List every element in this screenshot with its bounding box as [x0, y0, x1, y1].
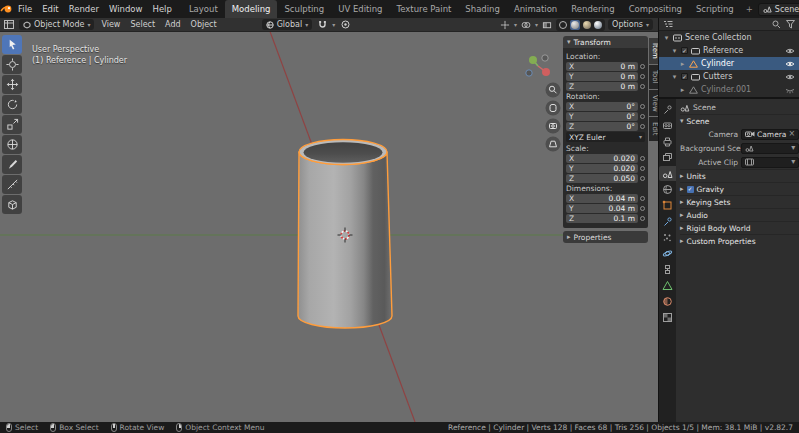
workspace-tab-texture-paint[interactable]: Texture Paint: [390, 0, 459, 18]
units-panel-header[interactable]: ▸ Units: [680, 169, 799, 182]
dimensions-z-field[interactable]: Z0.1 m: [566, 214, 638, 223]
scene-selector[interactable]: Scene ×: [758, 3, 799, 16]
viewport-menu-add[interactable]: Add: [162, 20, 184, 29]
location-z-field[interactable]: Z0 m: [566, 82, 638, 91]
show-gizmo-icon[interactable]: [499, 19, 511, 30]
audio-panel-header[interactable]: ▸ Audio: [680, 208, 799, 221]
gravity-panel-header[interactable]: ▸ ✓ Gravity: [680, 182, 799, 195]
sidebar-tab-edit[interactable]: Edit: [649, 117, 658, 141]
camera-view-button[interactable]: [546, 119, 561, 134]
gravity-checkbox[interactable]: ✓: [687, 186, 694, 193]
gizmo-neg-axis[interactable]: [542, 55, 548, 61]
tool-measure[interactable]: [2, 175, 22, 194]
sidebar-tab-item[interactable]: Item: [649, 38, 658, 64]
collection-checkbox[interactable]: ✓: [681, 47, 688, 54]
viewport-menu-object[interactable]: Object: [188, 20, 220, 29]
properties-tab-physics[interactable]: [659, 246, 676, 261]
decorator-icon[interactable]: [640, 156, 645, 161]
gizmo-dropdown-icon[interactable]: ▾: [514, 22, 517, 28]
pan-button[interactable]: [546, 101, 561, 116]
search-icon[interactable]: [772, 20, 781, 29]
eye-hidden-icon[interactable]: [785, 86, 795, 94]
viewport-menu-select[interactable]: Select: [127, 20, 158, 29]
custom-properties-panel-header[interactable]: ▸ Custom Properties: [680, 234, 799, 247]
editor-type-icon[interactable]: [3, 19, 15, 30]
rigid-body-world-panel-header[interactable]: ▸ Rigid Body World: [680, 221, 799, 234]
eye-visible-icon[interactable]: [785, 60, 795, 68]
overlays-dropdown-icon[interactable]: ▾: [535, 22, 538, 28]
gizmo-z-axis[interactable]: [526, 70, 532, 76]
properties-tab-render[interactable]: [659, 118, 676, 133]
camera-field[interactable]: Camera ×: [741, 129, 799, 140]
workspace-tab-rendering[interactable]: Rendering: [564, 0, 621, 18]
decorator-icon[interactable]: [640, 64, 645, 69]
shading-wireframe-icon[interactable]: [559, 21, 567, 29]
transform-panel-header[interactable]: ▾ Transform: [563, 36, 648, 48]
outliner-row-reference[interactable]: ▾ ✓ Reference: [659, 44, 799, 57]
keying-sets-panel-header[interactable]: ▸ Keying Sets: [680, 195, 799, 208]
properties-tab-texture[interactable]: [659, 310, 676, 325]
dimensions-y-field[interactable]: Y0.04 m: [566, 204, 638, 213]
sidebar-tab-view[interactable]: View: [649, 90, 658, 117]
tool-move[interactable]: [2, 75, 22, 94]
xray-toggle-icon[interactable]: [541, 19, 553, 30]
collection-checkbox[interactable]: ✓: [681, 73, 688, 80]
options-dropdown[interactable]: Options ▾: [608, 19, 653, 30]
tool-transform[interactable]: [2, 135, 22, 154]
shading-solid-active[interactable]: [570, 20, 580, 30]
scale-z-field[interactable]: Z0.050: [566, 174, 638, 183]
properties-tab-object[interactable]: [659, 198, 676, 213]
properties-tab-world[interactable]: [659, 182, 676, 197]
overlays-icon[interactable]: [520, 19, 532, 30]
decorator-icon[interactable]: [640, 176, 645, 181]
mode-dropdown[interactable]: Object Mode ▾: [19, 19, 94, 30]
decorator-icon[interactable]: [640, 216, 645, 221]
eye-visible-icon[interactable]: [785, 73, 795, 81]
background-scene-field[interactable]: ▾: [741, 143, 799, 154]
scene-panel-header[interactable]: ▾ Scene: [680, 114, 799, 127]
workspace-tab-shading[interactable]: Shading: [458, 0, 507, 18]
tool-select-box[interactable]: [2, 35, 22, 54]
zoom-button[interactable]: [546, 83, 561, 98]
menu-render[interactable]: Render: [64, 0, 104, 18]
location-y-field[interactable]: Y0 m: [566, 72, 638, 81]
breadcrumb-label[interactable]: Scene: [693, 103, 716, 112]
properties-tab-particles[interactable]: [659, 230, 676, 245]
scale-x-field[interactable]: X0.020: [566, 154, 638, 163]
outliner-row-cylinder[interactable]: ▸ Cylinder: [659, 57, 799, 70]
disclosure-icon[interactable]: ▾: [671, 47, 678, 55]
tool-add-cube[interactable]: [2, 195, 22, 214]
disclosure-icon[interactable]: ▸: [679, 60, 686, 68]
workspace-tab-uv-editing[interactable]: UV Editing: [331, 0, 389, 18]
gizmo-x-axis[interactable]: [542, 68, 550, 76]
properties-tab-output[interactable]: [659, 134, 676, 149]
tool-annotate[interactable]: [2, 155, 22, 174]
navigation-gizmo[interactable]: [526, 55, 550, 76]
decorator-icon[interactable]: [640, 124, 645, 129]
decorator-icon[interactable]: [640, 114, 645, 119]
disclosure-icon[interactable]: ▸: [679, 86, 686, 94]
gizmo-y-axis[interactable]: [529, 56, 537, 64]
cylinder-object[interactable]: [298, 140, 392, 329]
properties-tab-tool[interactable]: [659, 102, 676, 117]
tool-cursor-3d[interactable]: [2, 55, 22, 74]
properties-tab-constraints[interactable]: [659, 262, 676, 277]
viewport-menu-view[interactable]: View: [98, 20, 123, 29]
properties-tab-scene[interactable]: [659, 166, 676, 181]
properties-tab-object-data[interactable]: [659, 278, 676, 293]
decorator-icon[interactable]: [640, 104, 645, 109]
tool-rotate[interactable]: [2, 95, 22, 114]
dimensions-x-field[interactable]: X0.04 m: [566, 194, 638, 203]
workspace-tab-modeling[interactable]: Modeling: [225, 0, 278, 18]
properties-tab-view-layer[interactable]: [659, 150, 676, 165]
shading-rendered-icon[interactable]: [594, 21, 602, 29]
properties-subpanel-header[interactable]: ▸ Properties: [563, 231, 648, 243]
workspace-tab-layout[interactable]: Layout: [182, 0, 225, 18]
eye-visible-icon[interactable]: [785, 47, 795, 55]
location-x-field[interactable]: X0 m: [566, 62, 638, 71]
camera-unlink-icon[interactable]: ×: [788, 130, 795, 138]
filter-funnel-icon[interactable]: [786, 20, 795, 29]
properties-tab-modifiers[interactable]: [659, 214, 676, 229]
viewport-3d[interactable]: Object Mode ▾ View Select Add Object Glo…: [0, 18, 658, 422]
tool-scale[interactable]: [2, 115, 22, 134]
